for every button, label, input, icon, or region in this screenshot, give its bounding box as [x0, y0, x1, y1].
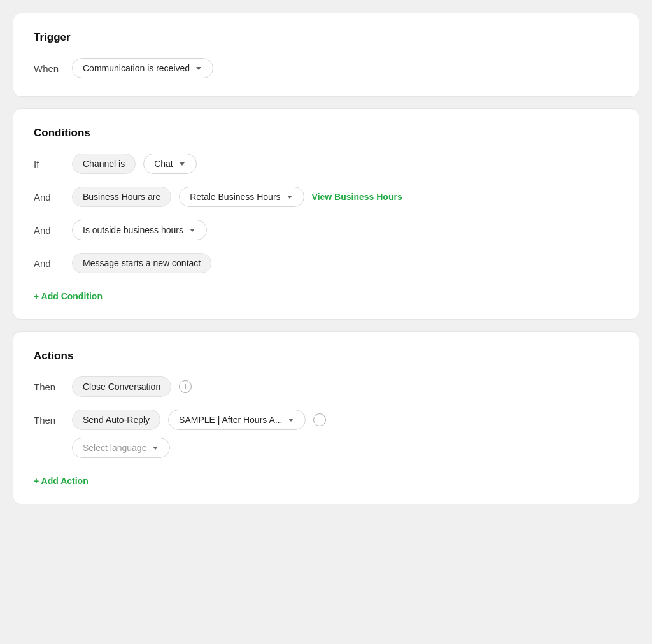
retale-business-hours-value: Retale Business Hours [190, 192, 280, 202]
close-conversation-text: Close Conversation [83, 382, 160, 392]
chevron-down-icon [286, 193, 294, 201]
condition-row-4: And Message starts a new contact [34, 253, 618, 273]
chevron-down-icon [152, 444, 159, 452]
and-label-2: And [34, 225, 64, 236]
message-starts-text: Message starts a new contact [83, 258, 201, 268]
action-row-1: Then Close Conversation i [34, 376, 618, 397]
send-auto-reply-text: Send Auto-Reply [83, 415, 150, 425]
then-label-2: Then [34, 415, 64, 426]
actions-section: Actions Then Close Conversation i Then S… [13, 331, 639, 504]
condition-row-3: And Is outside business hours [34, 220, 618, 240]
outside-business-hours-text: Is outside business hours [83, 225, 183, 235]
info-icon-2[interactable]: i [313, 413, 326, 426]
if-label: If [34, 159, 64, 169]
conditions-section: Conditions If Channel is Chat And Busine… [13, 108, 639, 320]
trigger-section: Trigger When Communication is received [13, 13, 639, 97]
condition-row-1: If Channel is Chat [34, 154, 618, 174]
trigger-row: When Communication is received [34, 58, 618, 78]
chat-dropdown[interactable]: Chat [143, 154, 197, 174]
chat-value: Chat [154, 159, 173, 169]
chevron-down-icon [195, 64, 202, 72]
select-language-dropdown[interactable]: Select language [72, 438, 170, 458]
select-language-row: Select language [72, 438, 618, 458]
trigger-when-dropdown[interactable]: Communication is received [72, 58, 213, 78]
condition-row-2: And Business Hours are Retale Business H… [34, 187, 618, 207]
channel-is-text: Channel is [83, 159, 125, 169]
close-conversation-pill[interactable]: Close Conversation [72, 376, 171, 397]
sample-after-hours-dropdown[interactable]: SAMPLE | After Hours A... [168, 410, 306, 430]
trigger-title: Trigger [34, 31, 618, 44]
actions-title: Actions [34, 350, 618, 362]
add-action-link[interactable]: + Add Action [34, 476, 89, 486]
add-condition-link[interactable]: + Add Condition [34, 291, 103, 301]
retale-business-hours-dropdown[interactable]: Retale Business Hours [179, 187, 304, 207]
chevron-down-icon [178, 160, 186, 168]
view-business-hours-link[interactable]: View Business Hours [312, 192, 402, 202]
action-row-2: Then Send Auto-Reply SAMPLE | After Hour… [34, 410, 618, 430]
sample-after-hours-value: SAMPLE | After Hours A... [179, 415, 282, 425]
and-label-1: And [34, 192, 64, 203]
conditions-title: Conditions [34, 127, 618, 140]
chevron-down-icon [188, 226, 196, 234]
message-starts-new-contact-pill[interactable]: Message starts a new contact [72, 253, 211, 273]
select-language-text: Select language [83, 443, 146, 453]
and-label-3: And [34, 258, 64, 269]
business-hours-are-pill[interactable]: Business Hours are [72, 187, 171, 207]
business-hours-are-text: Business Hours are [83, 192, 160, 202]
chevron-down-icon [287, 416, 295, 424]
trigger-when-value: Communication is received [83, 63, 190, 73]
outside-business-hours-dropdown[interactable]: Is outside business hours [72, 220, 207, 240]
then-label-1: Then [34, 382, 64, 392]
channel-is-pill[interactable]: Channel is [72, 154, 136, 174]
info-icon-1[interactable]: i [179, 380, 192, 393]
send-auto-reply-pill[interactable]: Send Auto-Reply [72, 410, 160, 430]
when-label: When [34, 63, 64, 74]
